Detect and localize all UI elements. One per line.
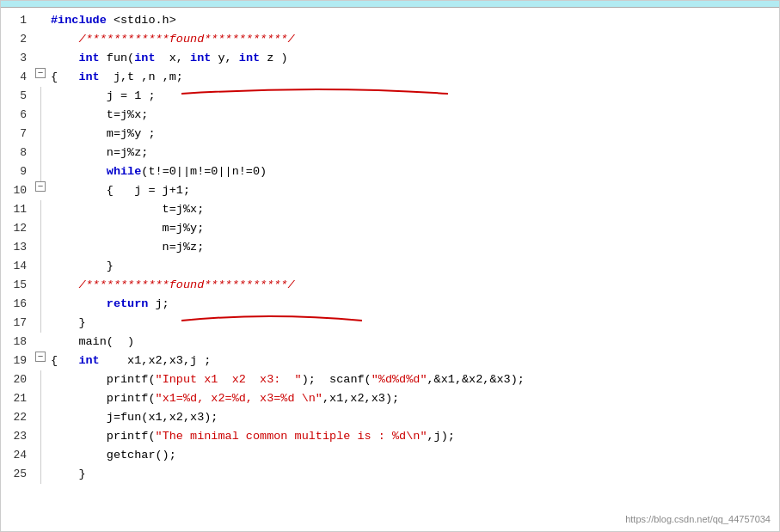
line-num-23: 23 bbox=[1, 427, 34, 446]
line-12: 12 m=j%y; bbox=[1, 219, 779, 238]
line-num-15: 15 bbox=[1, 276, 34, 295]
line-num-8: 8 bbox=[1, 144, 34, 162]
fold-7 bbox=[34, 125, 47, 144]
line-18: 18 main( ) bbox=[1, 333, 779, 352]
line-8: 8 n=j%z; bbox=[1, 144, 779, 162]
code-25: } bbox=[47, 465, 779, 484]
line-4: 4 − { int j,t ,n ,m; bbox=[1, 68, 779, 87]
fold-14 bbox=[34, 257, 47, 276]
line-19: 19 − { int x1,x2,x3,j ; bbox=[1, 352, 779, 370]
line-20: 20 printf("Input x1 x2 x3: "); scanf("%d… bbox=[1, 370, 779, 389]
top-bar bbox=[1, 1, 779, 8]
code-19: { int x1,x2,x3,j ; bbox=[47, 352, 779, 370]
code-18: main( ) bbox=[47, 333, 779, 352]
line-num-22: 22 bbox=[1, 408, 34, 427]
line-num-17: 17 bbox=[1, 314, 34, 333]
code-12: m=j%y; bbox=[47, 219, 779, 238]
fold-11 bbox=[34, 200, 47, 219]
code-16: return j; bbox=[47, 295, 779, 314]
fold-17 bbox=[34, 314, 47, 333]
line-24: 24 getchar(); bbox=[1, 446, 779, 465]
code-21: printf("x1=%d, x2=%d, x3=%d \n",x1,x2,x3… bbox=[47, 389, 779, 408]
line-num-5: 5 bbox=[1, 87, 34, 106]
line-16: 16 return j; bbox=[1, 295, 779, 314]
line-num-14: 14 bbox=[1, 257, 34, 276]
line-num-25: 25 bbox=[1, 465, 34, 484]
fold-22 bbox=[34, 408, 47, 427]
line-num-16: 16 bbox=[1, 295, 34, 314]
fold-25 bbox=[34, 465, 47, 484]
line-num-9: 9 bbox=[1, 162, 34, 181]
fold-12 bbox=[34, 219, 47, 238]
line-6: 6 t=j%x; bbox=[1, 106, 779, 125]
line-23: 23 printf("The minimal common multiple i… bbox=[1, 427, 779, 446]
line-2: 2 /************found************/ bbox=[1, 30, 779, 49]
code-17: } bbox=[47, 314, 779, 333]
fold-16 bbox=[34, 295, 47, 314]
code-4: { int j,t ,n ,m; bbox=[47, 68, 779, 87]
line-num-20: 20 bbox=[1, 370, 34, 389]
fold-24 bbox=[34, 446, 47, 465]
line-9: 9 while(t!=0||m!=0||n!=0) bbox=[1, 162, 779, 181]
line-25: 25 } bbox=[1, 465, 779, 484]
fold-23 bbox=[34, 427, 47, 446]
fold-21 bbox=[34, 389, 47, 408]
fold-4[interactable]: − bbox=[34, 68, 47, 78]
code-11: t=j%x; bbox=[47, 200, 779, 219]
line-num-10: 10 bbox=[1, 181, 34, 200]
code-15: /************found************/ bbox=[47, 276, 779, 295]
line-5: 5 j = 1 ; bbox=[1, 87, 779, 106]
line-num-11: 11 bbox=[1, 200, 34, 219]
line-num-1: 1 bbox=[1, 11, 34, 30]
code-1: #include <stdio.h> bbox=[47, 11, 779, 30]
editor-window: 1 #include <stdio.h> 2 /************foun… bbox=[0, 0, 780, 532]
code-24: getchar(); bbox=[47, 446, 779, 465]
code-20: printf("Input x1 x2 x3: "); scanf("%d%d%… bbox=[47, 370, 779, 389]
code-8: n=j%z; bbox=[47, 144, 779, 162]
line-14: 14 } bbox=[1, 257, 779, 276]
line-num-21: 21 bbox=[1, 389, 34, 408]
fold-9 bbox=[34, 162, 47, 181]
line-3: 3 int fun(int x, int y, int z ) bbox=[1, 49, 779, 68]
code-22: j=fun(x1,x2,x3); bbox=[47, 408, 779, 427]
line-num-6: 6 bbox=[1, 106, 34, 125]
code-23: printf("The minimal common multiple is :… bbox=[47, 427, 779, 446]
line-num-7: 7 bbox=[1, 125, 34, 144]
fold-8 bbox=[34, 144, 47, 162]
fold-13 bbox=[34, 238, 47, 257]
line-13: 13 n=j%z; bbox=[1, 238, 779, 257]
code-13: n=j%z; bbox=[47, 238, 779, 257]
fold-19[interactable]: − bbox=[34, 352, 47, 362]
fold-6 bbox=[34, 106, 47, 125]
line-21: 21 printf("x1=%d, x2=%d, x3=%d \n",x1,x2… bbox=[1, 389, 779, 408]
line-15: 15 /************found************/ bbox=[1, 276, 779, 295]
line-num-2: 2 bbox=[1, 30, 34, 49]
line-7: 7 m=j%y ; bbox=[1, 125, 779, 144]
fold-10[interactable]: − bbox=[34, 181, 47, 192]
line-num-4: 4 bbox=[1, 68, 34, 87]
code-5: j = 1 ; bbox=[47, 87, 779, 106]
line-num-3: 3 bbox=[1, 49, 34, 68]
line-num-13: 13 bbox=[1, 238, 34, 257]
line-num-12: 12 bbox=[1, 219, 34, 238]
code-3: int fun(int x, int y, int z ) bbox=[47, 49, 779, 68]
code-9: while(t!=0||m!=0||n!=0) bbox=[47, 162, 779, 181]
line-num-18: 18 bbox=[1, 333, 34, 352]
fold-5 bbox=[34, 87, 47, 106]
fold-15 bbox=[34, 276, 47, 295]
line-1: 1 #include <stdio.h> bbox=[1, 11, 779, 30]
code-area: 1 #include <stdio.h> 2 /************foun… bbox=[1, 8, 779, 487]
watermark: https://blog.csdn.net/qq_44757034 bbox=[625, 514, 771, 524]
code-2: /************found************/ bbox=[47, 30, 779, 49]
code-10: { j = j+1; bbox=[47, 181, 779, 200]
line-17: 17 } bbox=[1, 314, 779, 333]
code-14: } bbox=[47, 257, 779, 276]
line-num-19: 19 bbox=[1, 352, 34, 370]
line-num-24: 24 bbox=[1, 446, 34, 465]
line-10: 10 − { j = j+1; bbox=[1, 181, 779, 200]
line-11: 11 t=j%x; bbox=[1, 200, 779, 219]
code-6: t=j%x; bbox=[47, 106, 779, 125]
code-7: m=j%y ; bbox=[47, 125, 779, 144]
line-22: 22 j=fun(x1,x2,x3); bbox=[1, 408, 779, 427]
fold-20 bbox=[34, 370, 47, 389]
